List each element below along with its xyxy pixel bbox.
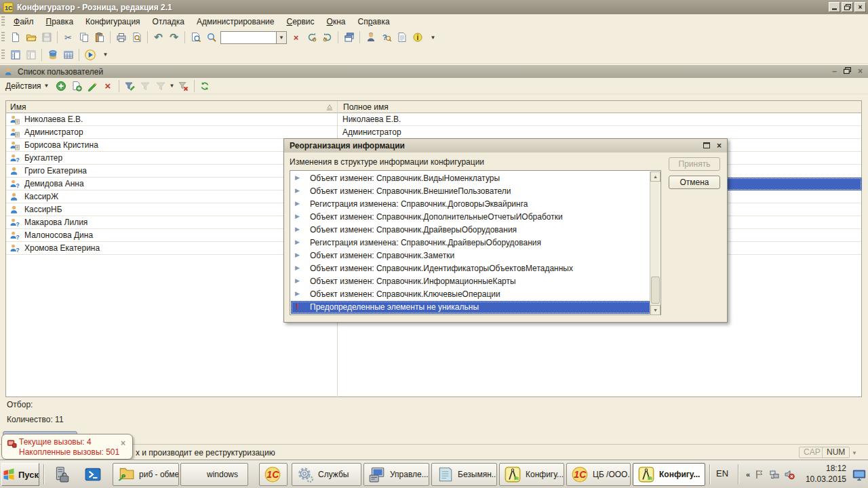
expand-arrow-icon[interactable]: ▶ [295,201,300,207]
save-button[interactable] [39,30,54,45]
cancel-button[interactable]: Отмена [669,176,720,189]
menu-item-6[interactable]: Окна [321,16,352,28]
expand-arrow-icon[interactable]: ▶ [295,239,300,245]
taskbar-button-3[interactable]: Службы [292,463,361,486]
child-close-button[interactable]: × [858,66,863,76]
child-window-title-bar[interactable]: Список пользователей – × [0,65,868,78]
scroll-thumb[interactable] [651,277,660,304]
network-icon[interactable] [769,469,780,480]
taskbar-button-2[interactable] [259,463,288,486]
expand-arrow-icon[interactable]: ▶ [295,252,300,258]
print-preview-button[interactable] [129,30,144,45]
clear-filter-button[interactable] [176,79,191,94]
expand-arrow-icon[interactable]: ▶ [295,175,300,181]
toolbar2-grip[interactable] [1,49,5,60]
help-search-button[interactable] [378,30,394,45]
expand-arrow-icon[interactable]: ▶ [295,226,300,232]
info-button[interactable] [410,30,425,45]
clear-search-button[interactable]: × [288,30,304,45]
table-view-button[interactable] [60,47,76,62]
change-list-item[interactable]: ▶Объект изменен: Справочник.Информационн… [291,275,651,288]
table-row[interactable]: Николаева Е.В.Николаева Е.В. [6,113,861,126]
language-indicator[interactable]: EN [716,468,728,479]
search-dropdown-button[interactable]: ▼ [276,31,287,44]
search-input[interactable] [220,31,276,44]
toolbar-overflow-button[interactable]: ▼ [425,30,441,45]
menu-item-5[interactable]: Сервис [280,16,320,28]
add-copy-button[interactable] [69,79,85,94]
find-next-button[interactable] [304,30,319,45]
filter-history-dropdown[interactable]: ▼ [169,79,176,94]
change-list-item[interactable]: ▶Объект изменен: Справочник.КлючевыеОпер… [291,288,651,301]
config-window-button[interactable] [7,47,23,62]
child-minimize-button[interactable]: – [832,66,837,76]
print-button[interactable] [113,30,129,45]
taskbar-button-6[interactable]: Конфигу... [499,463,564,486]
flag-icon[interactable] [754,469,765,480]
refresh-button[interactable] [197,79,213,94]
quick-launch-powershell[interactable] [83,464,103,485]
change-list-item[interactable]: ▶Регистрация изменена: Справочник.Драйве… [291,237,651,249]
minimize-button[interactable] [829,2,840,12]
tray-clock[interactable]: 18:12 10.03.2015 [800,463,846,485]
start-button[interactable]: Пуск [1,463,39,486]
magnifier-icon[interactable] [203,30,219,45]
show-desktop-button[interactable] [852,464,867,485]
change-list-item[interactable]: ▶Объект изменен: Справочник.Заметки [291,249,651,262]
dialog-scrollbar[interactable]: ▲ ▼ [650,171,660,315]
restore-button[interactable] [842,2,853,12]
change-list-item[interactable]: ▶Объект изменен: Справочник.ВидыНоменкла… [291,172,651,185]
change-list-item[interactable]: !Предопределенные элементы не уникальны [291,301,651,314]
column-header-name[interactable]: Имя [10,102,26,112]
change-list-item[interactable]: ▶Объект изменен: Справочник.ВнешниеПольз… [291,185,651,198]
menu-item-7[interactable]: Справка [351,16,395,28]
paste-button[interactable] [92,30,107,45]
undo-button[interactable]: ↶ [151,30,166,45]
find-prev-button[interactable] [319,30,335,45]
taskbar-button-1[interactable]: windows [180,463,248,486]
menu-item-4[interactable]: Администрирование [191,16,280,28]
taskbar-button-7[interactable]: ЦБ /ООО... [566,463,631,486]
open-button[interactable] [23,30,39,45]
change-list-item[interactable]: ▶Объект изменен: Справочник.ДрайверыОбор… [291,224,651,237]
dialog-close-button[interactable]: × [717,141,722,150]
column-header-fullname[interactable]: Полное имя [343,102,389,112]
dialog-maximize-button[interactable] [703,141,710,150]
change-list-item[interactable]: ▶Регистрация изменена: Справочник.Догово… [291,198,651,211]
taskbar-button-4[interactable]: Управле... [363,463,429,486]
expand-arrow-icon[interactable]: ▶ [295,291,300,297]
close-button[interactable]: × [854,2,866,12]
scroll-up-arrow[interactable]: ▲ [650,171,660,182]
menu-item-3[interactable]: Отладка [146,16,191,28]
database-button[interactable] [45,47,60,62]
syntax-assistant-button[interactable] [363,30,378,45]
filter-by-value-button[interactable] [138,79,153,94]
scroll-down-arrow[interactable]: ▼ [650,305,660,315]
dialog-title-bar[interactable]: Реорганизация информации × [284,139,727,152]
expand-arrow-icon[interactable]: ▶ [295,214,300,220]
debug-overflow-button[interactable]: ▼ [98,47,113,62]
toolbar-grip[interactable] [1,32,5,43]
change-list-item[interactable]: ▶Объект изменен: Справочник.Дополнительн… [291,211,651,224]
menu-grip[interactable] [1,16,5,27]
copy-button[interactable] [76,30,92,45]
edit-button[interactable] [85,79,100,94]
taskbar-button-8[interactable]: Конфигу... [633,463,705,486]
expand-arrow-icon[interactable]: ▶ [295,188,300,194]
change-list-item[interactable]: ▶Объект изменен: Справочник.Идентификато… [291,262,651,275]
taskbar-button-0[interactable]: риб - обмен [113,463,179,486]
quick-launch-server-tools[interactable] [52,464,72,485]
find-button[interactable] [188,30,203,45]
menu-item-0[interactable]: Файл [7,16,40,28]
actions-menu-button[interactable]: Действия▼ [0,81,54,91]
expand-arrow-icon[interactable]: ▶ [295,278,300,284]
delete-button[interactable]: × [100,79,116,94]
tray-expand-icon[interactable]: « [746,470,750,479]
notification-close-icon[interactable]: × [121,439,125,448]
new-document-button[interactable] [7,30,23,45]
help-contents-button[interactable] [394,30,410,45]
cut-button[interactable]: ✂ [60,30,76,45]
accept-button[interactable]: Принять [669,157,720,171]
add-button[interactable] [54,79,69,94]
table-header[interactable]: Имя Полное имя [6,101,861,113]
